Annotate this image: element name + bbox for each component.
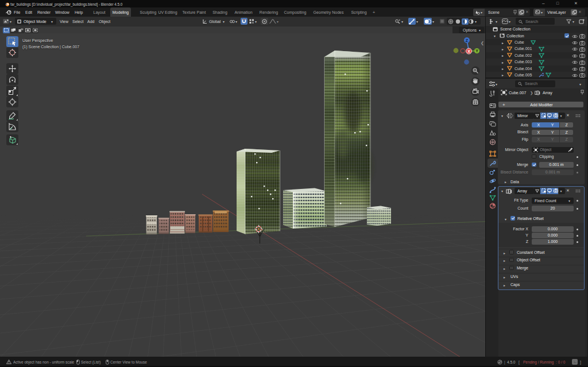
svg-text:Z: Z: [466, 38, 469, 43]
svg-text:X: X: [467, 49, 470, 53]
svg-text:Y: Y: [475, 49, 478, 53]
